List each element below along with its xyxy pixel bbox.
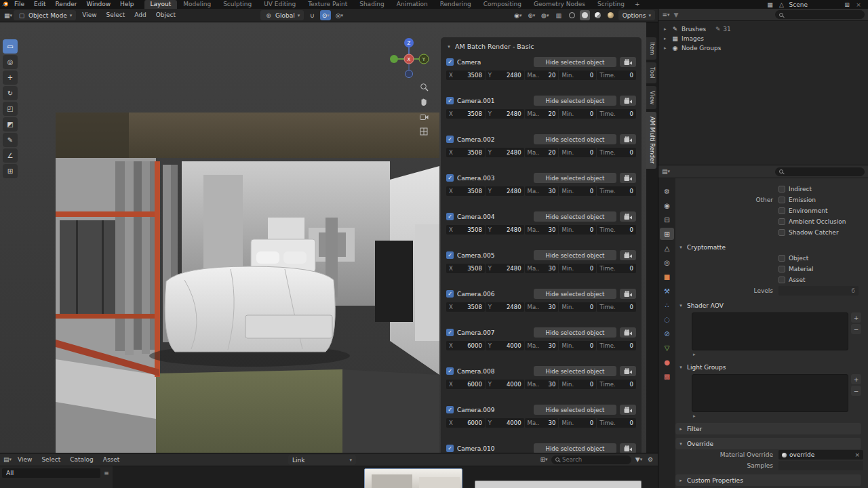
camera-enabled-checkbox[interactable]: ✓	[446, 97, 454, 104]
hide-selected-object-button[interactable]: Hide selected object	[534, 405, 616, 415]
shading-material-icon[interactable]	[593, 10, 603, 20]
overlays-icon[interactable]: ◍▾	[540, 10, 551, 20]
checkbox-asset[interactable]	[778, 277, 785, 283]
max-field[interactable]: Ma..20	[525, 70, 559, 80]
annotate-tool[interactable]: ✎	[3, 133, 18, 147]
properties-editor-icon[interactable]: ▤▾	[662, 167, 670, 176]
menu-file[interactable]: File	[9, 0, 29, 9]
hide-selected-object-button[interactable]: Hide selected object	[534, 327, 616, 338]
snap-magnet-icon[interactable]: ∪	[307, 10, 317, 20]
resolution-y-field[interactable]: Y4000	[486, 380, 524, 389]
shading-wireframe-icon[interactable]	[567, 10, 577, 20]
max-field[interactable]: Ma..30	[525, 264, 559, 273]
select-box-tool[interactable]: ▭	[3, 39, 18, 54]
xray-icon[interactable]: ▥	[553, 10, 564, 20]
sidebar-tab-item[interactable]: Item	[646, 37, 656, 60]
outliner-editor-icon[interactable]: ≡▾	[662, 10, 670, 19]
menu-add[interactable]: Add	[130, 11, 151, 20]
checkbox-object[interactable]	[778, 255, 785, 262]
physics-properties-tab[interactable]: ◌	[660, 313, 674, 325]
rotate-tool[interactable]: ↻	[3, 86, 18, 100]
asset-menu-select[interactable]: Select	[37, 455, 65, 464]
scene-properties-tab[interactable]: △	[660, 242, 674, 254]
menu-select[interactable]: Select	[102, 11, 130, 20]
camera-name[interactable]: Camera.010	[457, 445, 530, 452]
scene-name[interactable]: Scene	[789, 1, 808, 8]
camera-name[interactable]: Camera.005	[457, 252, 530, 259]
camera-name[interactable]: Camera.006	[457, 291, 530, 298]
light-groups-listbox[interactable]	[692, 374, 848, 412]
camera-name[interactable]: Camera.008	[457, 368, 530, 375]
time-field[interactable]: Time.0	[597, 109, 636, 119]
max-field[interactable]: Ma..20	[525, 148, 559, 157]
sidebar-tab-view[interactable]: View	[646, 86, 656, 109]
cryptomatte-section-header[interactable]: ▾ Cryptomatte	[675, 241, 864, 253]
close-icon[interactable]: ×	[854, 0, 863, 9]
asset-menu-view[interactable]: View	[13, 455, 37, 464]
catalog-filter-icon[interactable]: ≡	[102, 468, 111, 477]
camera-name[interactable]: Camera.002	[457, 136, 530, 143]
camera-select-button[interactable]	[620, 443, 636, 453]
shading-solid-icon[interactable]	[580, 10, 590, 20]
light-groups-expand-icon[interactable]: ▸	[693, 413, 864, 420]
menu-edit[interactable]: Edit	[29, 0, 50, 9]
camera-view-icon[interactable]	[417, 110, 431, 123]
outliner-row-node-groups[interactable]: ▸◉Node Groups	[658, 43, 868, 53]
min-field[interactable]: Min.0	[559, 109, 596, 119]
resolution-y-field[interactable]: Y4000	[486, 341, 524, 350]
sidebar-tab-tool[interactable]: Tool	[646, 62, 656, 83]
camera-enabled-checkbox[interactable]: ✓	[446, 136, 454, 143]
max-field[interactable]: Ma..30	[525, 380, 559, 389]
filter-icon[interactable]: ▼	[672, 10, 680, 19]
max-field[interactable]: Ma..30	[525, 418, 559, 428]
output-properties-tab[interactable]: ⊟	[660, 214, 674, 226]
camera-select-button[interactable]	[620, 211, 636, 222]
hide-selected-object-button[interactable]: Hide selected object	[534, 96, 616, 106]
import-method-dropdown[interactable]: Link ▾	[288, 455, 356, 465]
time-field[interactable]: Time.0	[597, 341, 636, 350]
remove-aov-button[interactable]: −	[851, 324, 861, 334]
camera-name[interactable]: Camera	[457, 59, 530, 66]
resolution-x-field[interactable]: X3508	[446, 186, 485, 196]
add-light-group-button[interactable]: +	[851, 374, 861, 384]
time-field[interactable]: Time.0	[597, 186, 636, 196]
min-field[interactable]: Min.0	[559, 186, 596, 196]
resolution-y-field[interactable]: Y2480	[486, 186, 524, 196]
min-field[interactable]: Min.0	[559, 302, 596, 312]
resolution-x-field[interactable]: X3508	[446, 264, 485, 273]
gizmo-z-neg-axis[interactable]	[406, 70, 413, 78]
hide-selected-object-button[interactable]: Hide selected object	[534, 134, 616, 144]
shading-rendered-icon[interactable]	[606, 10, 616, 20]
menu-object[interactable]: Object	[151, 11, 180, 20]
hide-selected-object-button[interactable]: Hide selected object	[534, 211, 616, 222]
min-field[interactable]: Min.0	[559, 418, 596, 428]
camera-name[interactable]: Camera.004	[457, 214, 530, 220]
menu-view[interactable]: View	[77, 11, 101, 20]
checkbox-ambient-occlusion[interactable]	[778, 218, 785, 225]
hide-selected-object-button[interactable]: Hide selected object	[534, 289, 616, 299]
resolution-x-field[interactable]: X3508	[446, 302, 485, 312]
expand-icon[interactable]: ▸	[664, 36, 669, 41]
levels-field[interactable]: 6	[778, 286, 859, 296]
editor-type-icon[interactable]: ▦▾	[3, 10, 14, 20]
camera-select-button[interactable]	[620, 57, 636, 67]
camera-enabled-checkbox[interactable]: ✓	[446, 406, 454, 413]
remove-light-group-button[interactable]: −	[851, 386, 861, 396]
tab-shading[interactable]: Shading	[353, 0, 391, 9]
ortho-grid-icon[interactable]	[417, 125, 431, 138]
checkbox-shadow-catcher[interactable]	[778, 229, 785, 236]
tab-rendering[interactable]: Rendering	[434, 0, 477, 9]
tab-texture-paint[interactable]: Texture Paint	[302, 0, 353, 9]
world-properties-tab[interactable]: ◎	[660, 256, 674, 268]
tab-modeling[interactable]: Modeling	[177, 0, 217, 9]
camera-select-button[interactable]	[620, 250, 636, 260]
time-field[interactable]: Time.0	[597, 70, 636, 80]
outliner-search-field[interactable]	[775, 10, 865, 19]
tab-animation[interactable]: Animation	[391, 0, 434, 9]
camera-select-button[interactable]	[620, 289, 636, 299]
checkbox-material[interactable]	[778, 266, 785, 272]
zoom-icon[interactable]	[417, 81, 431, 93]
move-tool[interactable]: +	[3, 70, 18, 85]
camera-name[interactable]: Camera.007	[457, 329, 530, 336]
min-field[interactable]: Min.0	[559, 148, 596, 157]
